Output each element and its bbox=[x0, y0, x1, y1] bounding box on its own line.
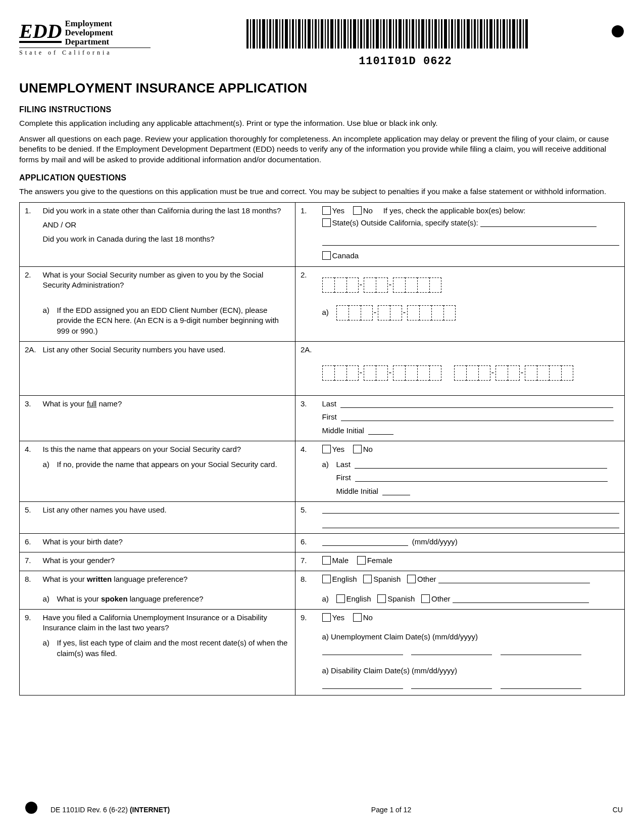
svg-rect-9 bbox=[275, 19, 278, 49]
q9-yes-checkbox[interactable] bbox=[322, 613, 331, 622]
filing-p2: Answer all questions on each page. Revie… bbox=[19, 134, 625, 166]
q7-male-checkbox[interactable] bbox=[322, 556, 331, 565]
registration-dot-top bbox=[612, 25, 624, 37]
q7-female-checkbox[interactable] bbox=[357, 556, 366, 565]
q9-disab-date-2[interactable] bbox=[411, 680, 492, 689]
q1-text-a: Did you work in a state other than Calif… bbox=[43, 206, 290, 216]
footer-form-id: DE 1101ID Rev. 6 (6-22) bbox=[51, 806, 130, 814]
svg-rect-8 bbox=[273, 19, 274, 49]
svg-rect-44 bbox=[389, 19, 391, 49]
q9-no-checkbox[interactable] bbox=[353, 613, 362, 622]
q1-states-field-2[interactable] bbox=[322, 237, 619, 246]
q9-unemp-date-3[interactable] bbox=[501, 646, 581, 655]
q5-field-2[interactable] bbox=[322, 520, 619, 528]
svg-rect-47 bbox=[399, 19, 402, 49]
svg-rect-77 bbox=[497, 19, 499, 49]
q2A-ssn-field-1[interactable]: -- bbox=[322, 368, 443, 377]
a5-num: 5. bbox=[301, 505, 307, 514]
svg-rect-57 bbox=[432, 19, 433, 49]
filing-heading: FILING INSTRUCTIONS bbox=[19, 104, 625, 115]
q7-female-label: Female bbox=[367, 556, 392, 565]
a3-first: First bbox=[322, 412, 337, 421]
svg-rect-17 bbox=[302, 19, 303, 49]
q6-date-field[interactable] bbox=[322, 537, 408, 546]
q8a-other-checkbox[interactable] bbox=[421, 594, 430, 603]
svg-rect-67 bbox=[464, 19, 465, 49]
svg-rect-58 bbox=[434, 19, 437, 49]
svg-rect-19 bbox=[308, 19, 311, 49]
svg-rect-12 bbox=[285, 19, 288, 49]
q9-unemp-date-2[interactable] bbox=[411, 646, 492, 655]
a9-unemp-label: a) Unemployment Claim Date(s) (mm/dd/yyy… bbox=[322, 632, 619, 642]
q9-disab-date-1[interactable] bbox=[322, 680, 403, 689]
q1-canada-checkbox[interactable] bbox=[322, 251, 331, 260]
q8-other-field[interactable] bbox=[438, 575, 590, 583]
q1-states-checkbox[interactable] bbox=[322, 218, 331, 227]
svg-rect-11 bbox=[282, 19, 283, 49]
q4-last-field[interactable] bbox=[355, 460, 607, 469]
a7-num: 7. bbox=[301, 556, 307, 565]
q3-underline: full bbox=[87, 399, 96, 408]
svg-rect-38 bbox=[370, 19, 371, 49]
q8-spanish-checkbox[interactable] bbox=[363, 575, 372, 583]
q8a-other-field[interactable] bbox=[453, 594, 589, 603]
q7-text: What is your gender? bbox=[43, 555, 290, 566]
a9-disab-label: a) Disability Claim Date(s) (mm/dd/yyyy) bbox=[322, 666, 619, 676]
barcode-number: 1101I01D 0622 bbox=[206, 54, 569, 69]
svg-rect-39 bbox=[373, 19, 374, 49]
svg-rect-42 bbox=[383, 19, 385, 49]
svg-rect-46 bbox=[395, 19, 397, 49]
a4-first: First bbox=[336, 473, 351, 482]
q9-unemp-date-1[interactable] bbox=[322, 646, 403, 655]
svg-rect-73 bbox=[484, 19, 485, 49]
q3-mi-field[interactable] bbox=[368, 426, 393, 435]
q3-last-field[interactable] bbox=[340, 399, 613, 408]
q2A-ssn-field-2[interactable]: -- bbox=[454, 368, 573, 377]
svg-rect-60 bbox=[441, 19, 442, 49]
svg-rect-48 bbox=[403, 19, 404, 49]
q2-ssn-field[interactable]: -- bbox=[322, 277, 619, 293]
a1-num: 1. bbox=[301, 206, 307, 215]
q8-bold: written bbox=[87, 575, 112, 583]
q6-text: What is your birth date? bbox=[43, 537, 290, 547]
q8a-post: language preference? bbox=[128, 594, 204, 603]
q5-field-1[interactable] bbox=[322, 505, 619, 514]
q1-num: 1. bbox=[25, 206, 31, 215]
q8a-other-label: Other bbox=[431, 594, 451, 603]
a6-num: 6. bbox=[301, 537, 307, 546]
svg-rect-49 bbox=[406, 19, 408, 49]
svg-rect-7 bbox=[269, 19, 271, 49]
q8a-spanish-checkbox[interactable] bbox=[377, 594, 386, 603]
q4-yes-checkbox[interactable] bbox=[322, 445, 331, 453]
q9-disab-date-3[interactable] bbox=[501, 680, 581, 689]
q1-states-field[interactable] bbox=[480, 218, 597, 227]
q4-yes-label: Yes bbox=[332, 445, 344, 453]
q4-mi-field[interactable] bbox=[382, 487, 410, 495]
svg-rect-72 bbox=[480, 19, 482, 49]
q8-english-label: English bbox=[332, 575, 357, 583]
svg-rect-80 bbox=[507, 19, 508, 49]
q8a-english-checkbox[interactable] bbox=[336, 594, 345, 603]
svg-rect-6 bbox=[267, 19, 268, 49]
q1-no-checkbox[interactable] bbox=[353, 206, 362, 215]
svg-rect-25 bbox=[327, 19, 329, 49]
svg-rect-30 bbox=[343, 19, 346, 49]
q1-ifyes: If yes, check the applicable box(es) bel… bbox=[383, 206, 526, 215]
barcode bbox=[246, 19, 529, 49]
svg-rect-1 bbox=[250, 19, 251, 49]
q8-other-checkbox[interactable] bbox=[407, 575, 416, 583]
a6-fmt: (mm/dd/yyyy) bbox=[412, 537, 458, 546]
q4-no-checkbox[interactable] bbox=[353, 445, 362, 453]
q3-first-field[interactable] bbox=[341, 412, 614, 421]
q2-num: 2. bbox=[25, 270, 31, 279]
q8-english-checkbox[interactable] bbox=[322, 575, 331, 583]
q4-first-field[interactable] bbox=[355, 473, 608, 482]
q3-num: 3. bbox=[25, 399, 31, 408]
q1-yes-checkbox[interactable] bbox=[322, 206, 331, 215]
q5-text: List any other names you have used. bbox=[43, 505, 290, 515]
q2a-ecn-field[interactable]: -- bbox=[336, 305, 456, 320]
svg-rect-34 bbox=[358, 19, 359, 49]
svg-rect-62 bbox=[449, 19, 450, 49]
q5-num: 5. bbox=[25, 505, 31, 514]
svg-rect-81 bbox=[509, 19, 511, 49]
